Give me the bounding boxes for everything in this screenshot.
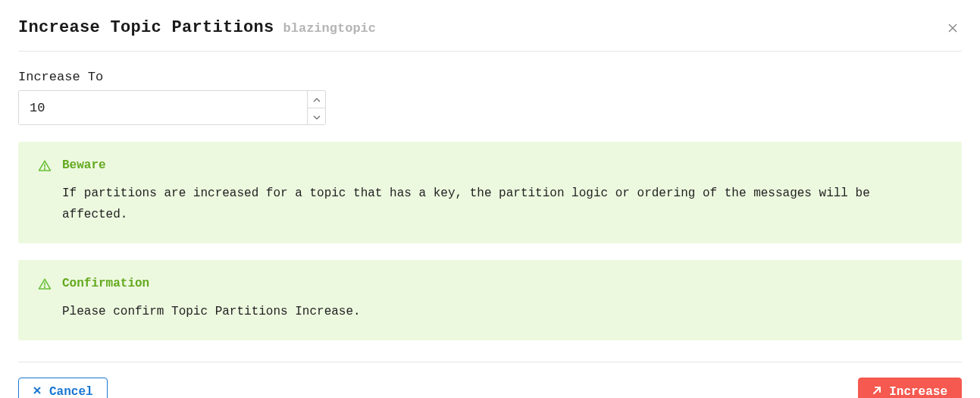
close-icon xyxy=(33,386,42,398)
modal-footer: Cancel Increase xyxy=(18,362,962,398)
close-icon xyxy=(947,25,959,36)
modal-body: Increase To Beware If xyxy=(18,52,962,340)
modal-title: Increase Topic Partitions xyxy=(18,18,274,37)
expand-arrow-icon xyxy=(872,386,881,398)
increase-button[interactable]: Increase xyxy=(858,378,962,398)
increase-to-label: Increase To xyxy=(18,70,962,84)
svg-line-8 xyxy=(874,387,880,393)
svg-point-3 xyxy=(45,168,45,169)
alert-message: Please confirm Topic Partitions Increase… xyxy=(62,301,942,322)
modal-subtitle: blazingtopic xyxy=(283,21,376,36)
step-down-button[interactable] xyxy=(308,108,325,125)
cancel-label: Cancel xyxy=(49,386,93,398)
alert-body: Beware If partitions are increased for a… xyxy=(62,158,942,225)
warning-icon xyxy=(38,159,52,225)
alert-title: Confirmation xyxy=(62,277,942,290)
increase-to-stepper xyxy=(18,90,326,125)
title-row: Increase Topic Partitions blazingtopic xyxy=(18,18,376,37)
close-button[interactable] xyxy=(944,19,962,37)
chevron-up-icon xyxy=(313,93,321,105)
modal-header: Increase Topic Partitions blazingtopic xyxy=(18,18,962,52)
cancel-button[interactable]: Cancel xyxy=(18,378,108,398)
increase-label: Increase xyxy=(889,386,947,398)
alert-body: Confirmation Please confirm Topic Partit… xyxy=(62,277,942,322)
warning-icon xyxy=(38,277,52,322)
alert-confirmation: Confirmation Please confirm Topic Partit… xyxy=(18,260,962,340)
chevron-down-icon xyxy=(313,111,321,122)
svg-point-5 xyxy=(45,287,45,287)
alert-title: Beware xyxy=(62,158,942,172)
stepper-controls xyxy=(307,91,325,124)
step-up-button[interactable] xyxy=(308,91,325,108)
alert-beware: Beware If partitions are increased for a… xyxy=(18,142,962,243)
alert-message: If partitions are increased for a topic … xyxy=(62,183,942,225)
increase-to-input[interactable] xyxy=(19,91,307,124)
